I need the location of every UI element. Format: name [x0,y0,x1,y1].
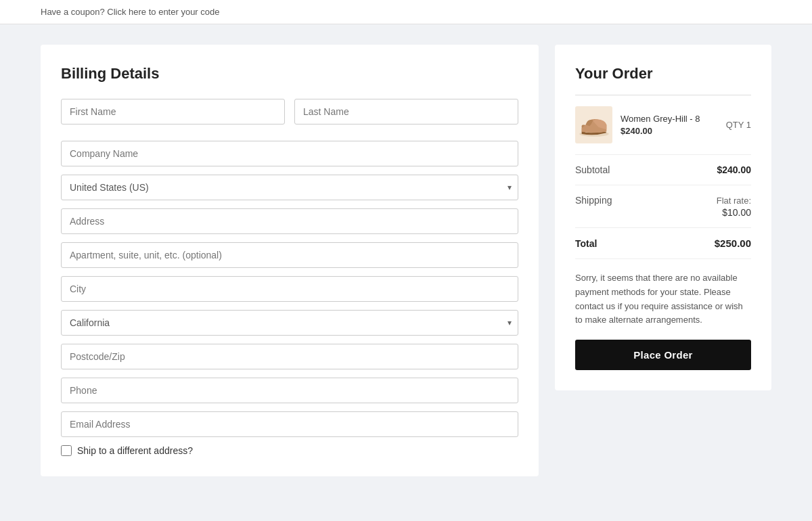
state-select[interactable]: Alabama Alaska Arizona Arkansas Californ… [61,310,518,336]
shipping-rate-value: $10.00 [722,207,751,218]
total-label: Total [575,238,597,249]
apartment-group [61,242,518,268]
billing-section: Billing Details United States (US) Canad… [41,45,539,476]
company-name-group [61,141,518,166]
address-group [61,208,518,234]
state-group: Alabama Alaska Arizona Arkansas Californ… [61,310,518,336]
ship-different-row: Ship to a different address? [61,445,518,456]
last-name-group [294,99,518,124]
subtotal-row: Subtotal $240.00 [575,154,751,185]
company-name-input[interactable] [61,141,518,166]
main-content: Billing Details United States (US) Canad… [0,24,812,497]
order-title: Your Order [575,65,751,83]
postcode-input[interactable] [61,344,518,369]
shipping-rate-label: Flat rate: [717,196,751,206]
order-section: Your Order [555,45,771,390]
apartment-input[interactable] [61,242,518,268]
subtotal-value: $240.00 [717,164,751,175]
page-wrapper: Have a coupon? Click here to enter your … [0,0,812,521]
email-input[interactable] [61,411,518,437]
ship-different-label[interactable]: Ship to a different address? [77,445,193,456]
order-item-info: Women Grey-Hill - 8 $240.00 [621,114,718,136]
qty-value: 1 [746,120,751,130]
total-row: Total $250.00 [575,227,751,259]
order-item-image [575,106,612,143]
country-select[interactable]: United States (US) Canada United Kingdom… [61,175,518,200]
last-name-input[interactable] [294,99,518,124]
email-group [61,411,518,437]
subtotal-label: Subtotal [575,164,610,175]
city-group [61,276,518,302]
order-item-qty: QTY 1 [726,120,751,130]
shipping-label: Shipping [575,195,612,206]
phone-group [61,378,518,403]
order-item-price: $240.00 [621,126,718,136]
order-divider [575,95,751,95]
ship-different-checkbox[interactable] [61,445,72,456]
shipping-row: Shipping Flat rate: $10.00 [575,185,751,227]
place-order-button[interactable]: Place Order [575,340,751,370]
first-name-group [61,99,285,124]
total-value: $250.00 [715,237,751,249]
first-name-input[interactable] [61,99,285,124]
order-item-name: Women Grey-Hill - 8 [621,114,718,124]
address-input[interactable] [61,208,518,234]
coupon-bar: Have a coupon? Click here to enter your … [0,0,812,24]
coupon-text[interactable]: Have a coupon? Click here to enter your … [41,7,220,17]
name-row [61,99,518,133]
city-input[interactable] [61,276,518,302]
billing-title: Billing Details [61,65,518,83]
shipping-details: Flat rate: $10.00 [717,196,751,218]
phone-input[interactable] [61,378,518,403]
payment-warning: Sorry, it seems that there are no availa… [575,271,751,327]
qty-label: QTY [726,120,744,130]
order-item: Women Grey-Hill - 8 $240.00 QTY 1 [575,106,751,143]
country-group: United States (US) Canada United Kingdom… [61,175,518,200]
postcode-group [61,344,518,369]
shoe-icon [577,112,611,139]
